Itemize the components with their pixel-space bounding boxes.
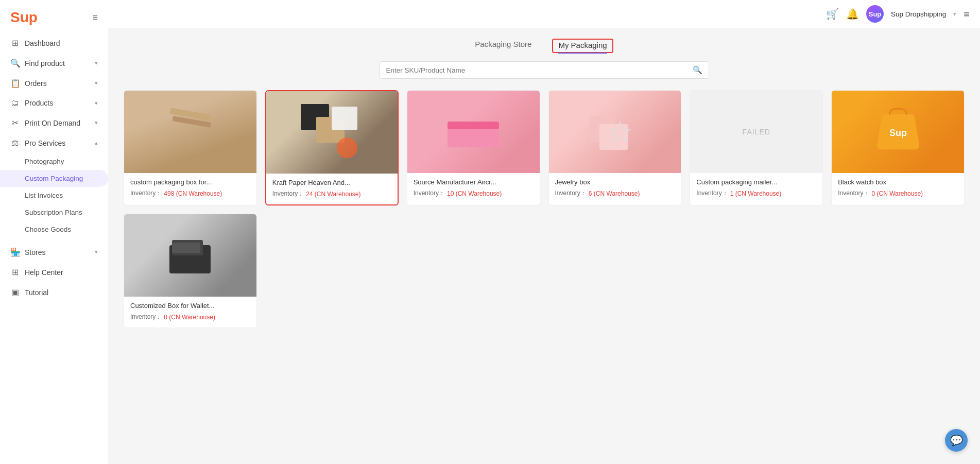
product-image: FAILED <box>690 91 822 173</box>
tab-packaging-store[interactable]: Packaging Store <box>475 40 531 53</box>
svg-rect-9 <box>599 124 628 150</box>
sidebar-logo: Sup ≡ <box>0 0 108 33</box>
print-icon: ✂ <box>10 118 20 128</box>
inventory-row: Inventory：6 (CN Warehouse) <box>555 189 675 198</box>
bell-icon[interactable]: 🔔 <box>846 8 859 20</box>
sidebar-item-find-product[interactable]: 🔍 Find product ▾ <box>0 53 108 73</box>
sidebar-item-subscription-plans[interactable]: Subscription Plans <box>0 204 108 221</box>
sidebar-item-orders[interactable]: 📋 Orders ▾ <box>0 73 108 93</box>
tab-my-packaging-wrapper: My Packaging <box>552 39 613 53</box>
avatar-text: Sup <box>869 10 882 18</box>
inventory-label: Inventory： <box>272 190 304 198</box>
product-info: Custom packaging mailer...Inventory：1 (C… <box>690 173 822 204</box>
find-product-icon: 🔍 <box>10 58 20 68</box>
inventory-row: Inventory：10 (CN Warehouse) <box>414 189 534 198</box>
sidebar-label-custom-packaging: Custom Packaging <box>25 175 83 182</box>
inventory-row: Inventory：0 (CN Warehouse) <box>130 313 250 321</box>
chat-bubble[interactable]: 💬 <box>945 429 968 452</box>
product-info: Black watch boxInventory：0 (CN Warehouse… <box>832 173 964 204</box>
sidebar: Sup ≡ ⊞ Dashboard 🔍 Find product ▾ 📋 Ord… <box>0 0 108 464</box>
sidebar-label-pro-services: Pro Services <box>25 139 65 147</box>
chevron-down-icon: ▾ <box>95 80 98 87</box>
product-image <box>266 91 398 174</box>
stores-icon: 🏪 <box>10 247 20 257</box>
inventory-row: Inventory：1 (CN Warehouse) <box>696 189 816 198</box>
sidebar-item-list-invoices[interactable]: List Invoices <box>0 187 108 204</box>
product-card[interactable]: Source Manufacturer Aircr...Inventory：10… <box>407 90 540 205</box>
sidebar-item-photography[interactable]: Photography <box>0 153 108 170</box>
product-card[interactable]: Kraft Paper Heaven And...Inventory：24 (C… <box>265 90 399 205</box>
products-icon: 🗂 <box>10 98 20 108</box>
failed-badge: FAILED <box>743 128 770 136</box>
sidebar-item-print-on-demand[interactable]: ✂ Print On Demand ▾ <box>0 113 108 133</box>
topbar-menu-icon[interactable]: ≡ <box>964 8 970 20</box>
product-card[interactable]: custom packaging box for...Inventory：498… <box>124 90 257 205</box>
search-bar-wrap: 🔍 <box>124 61 965 79</box>
product-info: Source Manufacturer Aircr...Inventory：10… <box>407 173 540 204</box>
product-info: Kraft Paper Heaven And...Inventory：24 (C… <box>266 174 398 204</box>
sidebar-label-subscription: Subscription Plans <box>25 209 82 216</box>
user-label[interactable]: Sup Dropshipping <box>891 10 946 18</box>
inventory-label: Inventory： <box>130 313 162 321</box>
svg-point-5 <box>337 138 357 158</box>
sidebar-item-tutorial[interactable]: ▣ Tutorial <box>0 282 108 302</box>
sidebar-item-custom-packaging[interactable]: Custom Packaging <box>0 170 108 187</box>
tab-my-packaging[interactable]: My Packaging <box>558 41 607 54</box>
inventory-count: 0 (CN Warehouse) <box>164 314 215 321</box>
product-image <box>124 214 256 297</box>
sidebar-item-choose-goods[interactable]: Choose Goods <box>0 221 108 238</box>
sidebar-item-dashboard[interactable]: ⊞ Dashboard <box>0 33 108 53</box>
svg-rect-14 <box>172 243 200 253</box>
svg-rect-7 <box>448 122 499 129</box>
svg-rect-4 <box>332 107 357 130</box>
product-image: Sup <box>832 91 964 173</box>
sidebar-label-choose-goods: Choose Goods <box>25 226 71 233</box>
product-info: Customized Box for Wallet...Inventory：0 … <box>124 297 256 328</box>
dashboard-icon: ⊞ <box>10 38 20 48</box>
chevron-down-icon: ▾ <box>95 249 98 255</box>
sidebar-label-products: Products <box>25 99 53 107</box>
inventory-label: Inventory： <box>696 189 728 198</box>
product-info: custom packaging box for...Inventory：498… <box>124 173 256 204</box>
product-name: Jewelry box <box>555 178 675 186</box>
product-card[interactable]: Customized Box for Wallet...Inventory：0 … <box>124 214 257 328</box>
product-card[interactable]: Sup Black watch boxInventory：0 (CN Wareh… <box>831 90 965 205</box>
main-content: 🛒 🔔 Sup Sup Dropshipping ▾ ≡ Packaging S… <box>108 0 980 464</box>
sidebar-label-stores: Stores <box>25 248 45 256</box>
product-name: Customized Box for Wallet... <box>130 302 250 310</box>
product-grid: custom packaging box for...Inventory：498… <box>124 90 965 328</box>
sidebar-item-stores[interactable]: 🏪 Stores ▾ <box>0 242 108 262</box>
product-name: custom packaging box for... <box>130 178 250 186</box>
cart-icon[interactable]: 🛒 <box>826 8 839 20</box>
inventory-row: Inventory：498 (CN Warehouse) <box>130 189 250 198</box>
chevron-down-icon: ▾ <box>95 60 98 66</box>
product-card[interactable]: Jewelry boxInventory：6 (CN Warehouse) <box>548 90 682 205</box>
help-icon: ⊞ <box>10 267 20 277</box>
sidebar-item-pro-services[interactable]: ⚖ Pro Services ▴ <box>0 133 108 153</box>
inventory-label: Inventory： <box>130 189 162 198</box>
chevron-up-icon: ▴ <box>95 140 98 146</box>
sidebar-item-help-center[interactable]: ⊞ Help Center <box>0 262 108 282</box>
sidebar-label-find-product: Find product <box>25 59 65 67</box>
inventory-count: 6 (CN Warehouse) <box>589 190 640 197</box>
product-card[interactable]: FAILEDCustom packaging mailer...Inventor… <box>690 90 823 205</box>
inventory-count: 10 (CN Warehouse) <box>447 190 502 197</box>
hamburger-icon[interactable]: ≡ <box>92 12 98 23</box>
inventory-row: Inventory：0 (CN Warehouse) <box>838 189 958 198</box>
inventory-count: 498 (CN Warehouse) <box>164 190 222 197</box>
inventory-count: 1 (CN Warehouse) <box>730 190 782 197</box>
pro-services-icon: ⚖ <box>10 138 20 148</box>
search-input[interactable] <box>386 66 689 74</box>
chevron-down-icon: ▾ <box>953 11 956 18</box>
product-name: Source Manufacturer Aircr... <box>414 178 534 186</box>
sidebar-label-tutorial: Tutorial <box>25 288 48 297</box>
inventory-label: Inventory： <box>555 189 587 198</box>
sidebar-label-list-invoices: List Invoices <box>25 192 63 199</box>
inventory-label: Inventory： <box>414 189 445 198</box>
chevron-down-icon: ▾ <box>95 100 98 107</box>
product-image <box>549 91 681 173</box>
sidebar-label-dashboard: Dashboard <box>25 39 60 47</box>
product-name: Black watch box <box>838 178 958 186</box>
orders-icon: 📋 <box>10 78 20 88</box>
sidebar-item-products[interactable]: 🗂 Products ▾ <box>0 93 108 113</box>
